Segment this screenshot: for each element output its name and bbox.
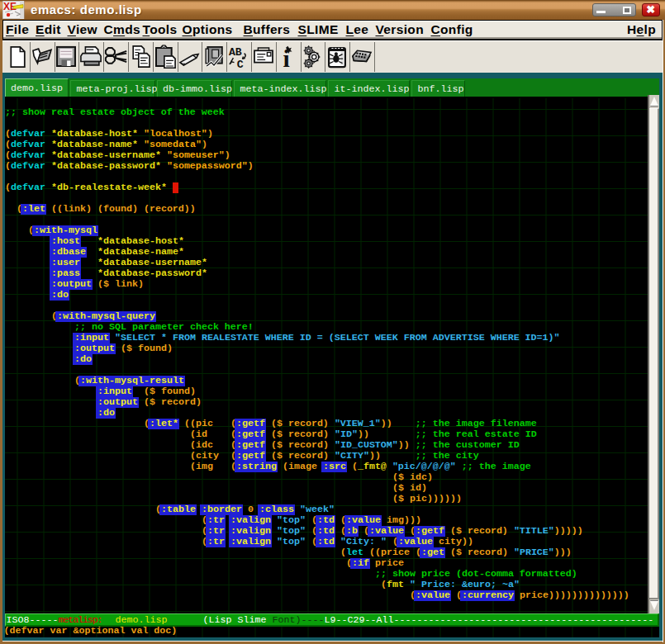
svg-text:AB: AB bbox=[229, 45, 242, 58]
svg-text:C: C bbox=[237, 59, 244, 70]
